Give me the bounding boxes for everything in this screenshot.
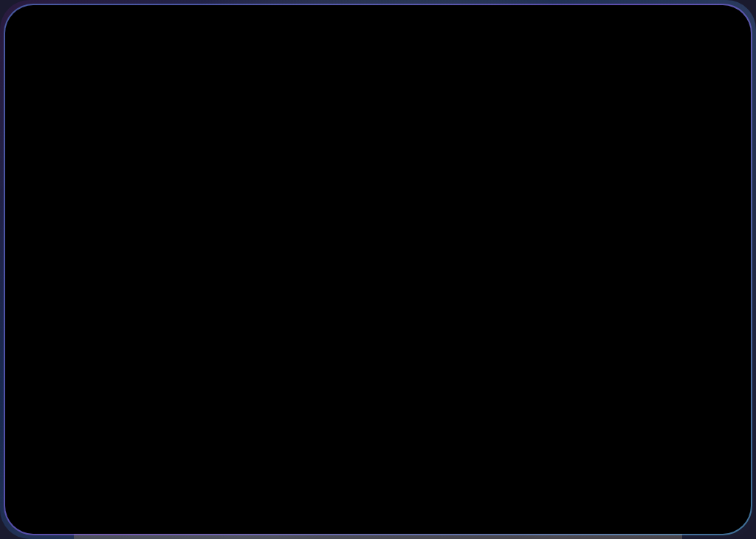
save-draft-option[interactable]: Save Draft — [482, 346, 587, 359]
add-to-queue-option[interactable]: Add to Queue — [593, 346, 698, 359]
plus-icon: + — [59, 222, 66, 234]
add-to-queue-label: Add to Queue — [614, 346, 686, 359]
add-button-label: Add — [70, 222, 92, 234]
publish-options-grid: Save Draft Add to Queue Schedule Publish… — [482, 346, 698, 381]
sparkle-icon-2: ✦ — [529, 44, 542, 63]
schedule-label: Schedule — [503, 368, 552, 381]
comment-time: 2 hours ago — [344, 430, 422, 439]
published-badge: PUBLISHED — [334, 44, 426, 67]
sparkle-icon-1: ✦ — [207, 258, 220, 278]
main-scene: ✦ ✦ PUBLISHED + Add ⊞ ▶ A MATCH MADE IN … — [0, 0, 756, 539]
comment-username: @geminni_suoffi — [344, 419, 422, 430]
save-draft-label: Save Draft — [503, 346, 557, 359]
blob-2 — [512, 89, 571, 148]
brand-info: VS VISTA SOCIAL — [479, 226, 568, 244]
phone-card-text: A MATCH MADE IN HEAVEN — [50, 252, 145, 306]
notification-message: You have 2 posts on review — [479, 251, 701, 270]
publish-now-radio[interactable] — [593, 368, 606, 381]
brand-logo: VS — [479, 226, 497, 244]
notification-header: VS VISTA SOCIAL 1 hour ago — [479, 226, 701, 244]
tiktok-icon: ♪ — [328, 434, 337, 443]
publish-now-option[interactable]: Publish Now — [593, 368, 698, 381]
avatar: ♪ — [309, 415, 337, 443]
comment-header: ♪ @geminni_suoffi 2 hours ago — [309, 415, 521, 443]
comment-card: ♪ @geminni_suoffi 2 hours ago Absolutely… — [297, 405, 533, 517]
publish-options-card: Save Draft Add to Queue Schedule Publish… — [464, 332, 715, 394]
add-to-queue-radio[interactable] — [593, 346, 606, 359]
brand-name: VISTA SOCIAL — [503, 230, 568, 240]
notification-time: 1 hour ago — [659, 230, 701, 240]
blob-3 — [505, 148, 542, 185]
play-icon: ▶ — [125, 209, 145, 230]
schedule-option[interactable]: Schedule — [482, 368, 587, 381]
sparkle-phone-icon: ✦ — [93, 347, 103, 361]
add-button[interactable]: + Add — [44, 214, 106, 241]
save-draft-radio[interactable] — [482, 346, 495, 359]
reply-button[interactable]: Reply — [467, 464, 540, 495]
schedule-radio[interactable] — [482, 368, 495, 381]
notification-card: VS VISTA SOCIAL 1 hour ago You have 2 po… — [464, 214, 715, 282]
publish-now-label: Publish Now — [614, 368, 680, 381]
comment-user-info: @geminni_suoffi 2 hours ago — [344, 419, 422, 439]
